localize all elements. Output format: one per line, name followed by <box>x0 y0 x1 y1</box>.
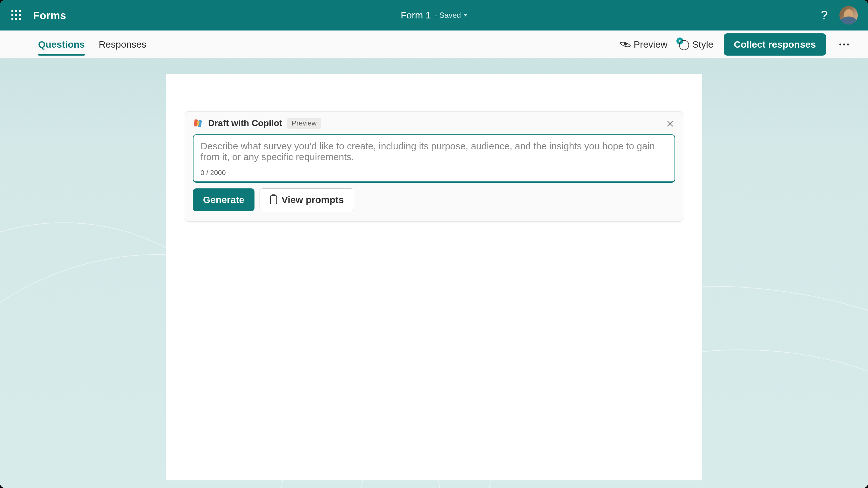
form-canvas: Draft with Copilot Preview 0 / 2000 Gene… <box>166 74 702 480</box>
tab-questions-label: Questions <box>38 39 85 50</box>
help-icon[interactable]: ? <box>818 9 831 22</box>
tab-responses-label: Responses <box>99 39 147 50</box>
clipboard-icon <box>270 195 277 204</box>
preview-label: Preview <box>633 39 668 50</box>
eye-icon <box>620 38 631 50</box>
style-button[interactable]: ✦ Style <box>678 39 714 50</box>
preview-badge: Preview <box>287 118 321 129</box>
collect-responses-button[interactable]: Collect responses <box>724 33 826 56</box>
copilot-title: Draft with Copilot <box>208 118 282 128</box>
save-state-label: - Saved <box>435 11 461 20</box>
view-prompts-label: View prompts <box>281 194 344 205</box>
tab-questions[interactable]: Questions <box>38 30 85 58</box>
tab-responses[interactable]: Responses <box>99 30 147 58</box>
copilot-icon <box>193 118 203 128</box>
prompt-input[interactable] <box>200 141 668 166</box>
view-prompts-button[interactable]: View prompts <box>259 188 354 211</box>
avatar[interactable] <box>839 6 858 25</box>
preview-button[interactable]: Preview <box>620 39 668 50</box>
style-label: Style <box>692 39 714 50</box>
save-state-dropdown[interactable]: - Saved <box>435 11 467 20</box>
chevron-down-icon <box>464 14 467 17</box>
generate-button[interactable]: Generate <box>193 188 254 211</box>
copilot-draft-card: Draft with Copilot Preview 0 / 2000 Gene… <box>185 111 683 222</box>
toolbar: Questions Responses Preview ✦ Style Coll… <box>0 30 868 58</box>
prompt-input-container: 0 / 2000 <box>193 134 675 183</box>
style-icon: ✦ <box>678 39 689 50</box>
app-launcher-icon[interactable] <box>11 10 22 20</box>
form-title[interactable]: Form 1 <box>401 10 431 21</box>
app-header: Forms Form 1 - Saved ? <box>0 0 868 30</box>
app-name[interactable]: Forms <box>33 9 66 22</box>
char-count: 0 / 2000 <box>200 169 668 177</box>
more-options-icon[interactable] <box>836 40 852 49</box>
close-icon[interactable] <box>665 119 675 129</box>
